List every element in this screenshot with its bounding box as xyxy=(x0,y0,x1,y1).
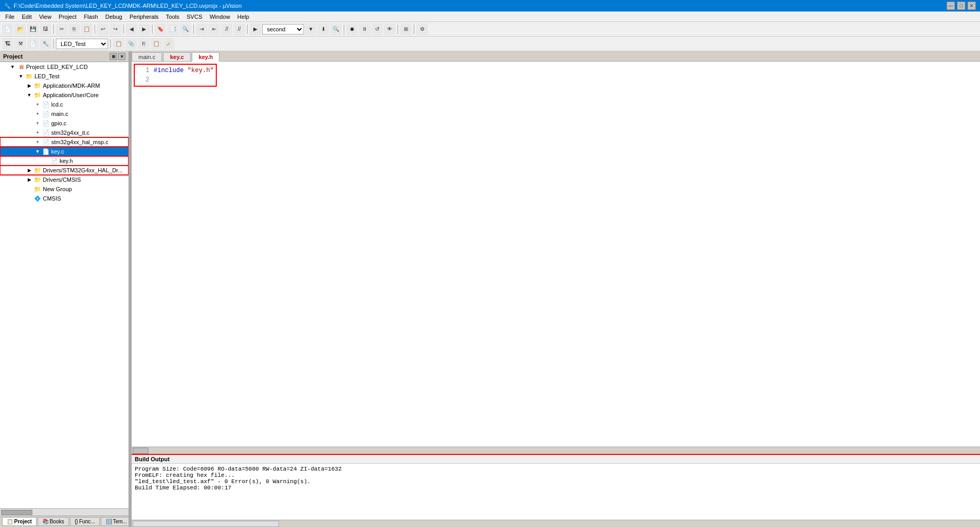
sidebar-scroll-thumb[interactable] xyxy=(1,510,32,515)
new-file-btn[interactable]: 📄 xyxy=(2,24,14,35)
toggle-icon[interactable]: + xyxy=(33,138,42,146)
toggle-icon[interactable]: ▶ xyxy=(25,166,33,174)
toggle-icon[interactable]: ▶ xyxy=(25,81,33,90)
menu-item-window[interactable]: Window xyxy=(206,13,233,21)
redo-btn[interactable]: ↪ xyxy=(110,24,121,35)
build-btn[interactable]: ⚒ xyxy=(15,38,26,50)
copy2-btn[interactable]: ⎘ xyxy=(138,38,149,50)
close-button[interactable]: ✕ xyxy=(967,2,976,10)
tree-item-key-c[interactable]: ▼ 📄 key.c xyxy=(0,147,129,156)
bookmark-btn[interactable]: 🔖 xyxy=(155,24,166,35)
tree-item-gpio-c[interactable]: + 📄 gpio.c xyxy=(0,119,129,128)
toggle-icon[interactable]: + xyxy=(33,110,42,118)
editor-scroll-thumb[interactable] xyxy=(133,448,148,454)
tab-key-c[interactable]: key.c xyxy=(163,52,191,61)
wizard-btn[interactable]: 🪄 xyxy=(163,38,174,50)
menu-item-svcs[interactable]: SVCS xyxy=(183,13,205,21)
led-test-combo[interactable]: LED_Test xyxy=(56,39,108,49)
attach-btn[interactable]: 📎 xyxy=(125,38,137,50)
editor-hscroll[interactable] xyxy=(132,447,980,454)
options-btn[interactable]: ⚙ xyxy=(416,24,428,35)
tree-item-drivers-hal[interactable]: ▶ 📁 Drivers/STM32G4xx_HAL_Dr... xyxy=(0,166,129,175)
sidebar-bottom-tabs[interactable]: 📋 Project 📚 Books {} Func... 🔢 Tem... xyxy=(0,516,129,527)
tree-item-project-root[interactable]: ▼ 🖥 Project: LED_KEY_LCD xyxy=(0,62,129,72)
tree-item-stm32-msp[interactable]: + 📄 stm32g4xx_hal_msp.c xyxy=(0,137,129,147)
target-options-btn[interactable]: 🔧 xyxy=(40,38,51,50)
paste-btn[interactable]: 📋 xyxy=(81,24,92,35)
menu-item-view[interactable]: View xyxy=(36,13,55,21)
build-all-btn[interactable]: 🏗 xyxy=(2,38,14,50)
float-button[interactable]: ⊞ xyxy=(110,53,117,60)
comment-btn[interactable]: // xyxy=(221,24,232,35)
save-all-btn[interactable]: 🖫 xyxy=(40,24,51,35)
run-stop-btn[interactable]: ⏸ xyxy=(359,24,370,35)
uncomment-btn[interactable]: // xyxy=(234,24,245,35)
find-btn[interactable]: 🔍 xyxy=(180,24,191,35)
start-stop-btn[interactable]: ⏺ xyxy=(346,24,358,35)
unindent-btn[interactable]: ⇤ xyxy=(208,24,220,35)
tree-item-new-group[interactable]: 📁 New Group xyxy=(0,184,129,194)
indent-btn[interactable]: ⇥ xyxy=(196,24,207,35)
build-hscroll[interactable] xyxy=(132,520,980,527)
tab-project[interactable]: 📋 Project xyxy=(2,517,37,526)
prev-btn[interactable]: ◀ xyxy=(126,24,137,35)
copy-btn[interactable]: ⎘ xyxy=(68,24,80,35)
dropdown-btn[interactable]: ▼ xyxy=(305,24,317,35)
insert-template-btn[interactable]: 📑 xyxy=(167,24,179,35)
menu-item-flash[interactable]: Flash xyxy=(81,13,101,21)
cut-btn[interactable]: ✂ xyxy=(56,24,67,35)
next-btn[interactable]: ▶ xyxy=(138,24,150,35)
paste2-btn[interactable]: 📋 xyxy=(150,38,162,50)
toggle-icon[interactable]: ▼ xyxy=(33,147,42,156)
tree-item-main-c[interactable]: + 📄 main.c xyxy=(0,109,129,119)
build-output-content[interactable]: Program Size: Code=6096 RO-data=5080 RW-… xyxy=(132,464,980,520)
toggle-icon[interactable]: ▼ xyxy=(17,72,25,80)
show-btn[interactable]: 👁 xyxy=(384,24,395,35)
editor-tab-bar[interactable]: main.c key.c key.h xyxy=(132,51,980,62)
tab-main-c[interactable]: main.c xyxy=(132,52,162,61)
tree-item-lcd-c[interactable]: + 📄 lcd.c xyxy=(0,100,129,109)
run-btn[interactable]: ▶ xyxy=(250,24,261,35)
tree-item-led-test[interactable]: ▼ 📁 LED_Test xyxy=(0,72,129,81)
load-btn[interactable]: ⬇ xyxy=(318,24,329,35)
maximize-button[interactable]: □ xyxy=(957,2,965,10)
build-scroll-track[interactable] xyxy=(133,521,279,527)
reset-btn[interactable]: ↺ xyxy=(371,24,383,35)
menu-item-tools[interactable]: Tools xyxy=(163,13,183,21)
menu-item-edit[interactable]: Edit xyxy=(19,13,35,21)
menu-item-debug[interactable]: Debug xyxy=(102,13,125,21)
code-editor[interactable]: 1 #include "key.h" 2 xyxy=(132,62,980,447)
tab-key-h[interactable]: key.h xyxy=(192,52,219,62)
sidebar-header-buttons[interactable]: ⊞ ✕ xyxy=(110,53,125,60)
tree-item-cmsis[interactable]: 💠 CMSIS xyxy=(0,194,129,203)
minimize-button[interactable]: — xyxy=(947,2,955,10)
toggle-icon[interactable]: + xyxy=(33,128,42,137)
open-btn[interactable]: 📂 xyxy=(15,24,26,35)
tree-item-stm32-it[interactable]: + 📄 stm32g4xx_it.c xyxy=(0,128,129,137)
sidebar-close-button[interactable]: ✕ xyxy=(118,53,125,60)
view-src-btn[interactable]: 📋 xyxy=(113,38,124,50)
menu-item-project[interactable]: Project xyxy=(55,13,79,21)
target-combo[interactable]: second xyxy=(262,24,304,34)
toggle-icon[interactable]: ▶ xyxy=(25,175,33,184)
toggle-icon[interactable]: ▼ xyxy=(25,91,33,99)
tab-books[interactable]: 📚 Books xyxy=(38,517,69,526)
toggle-icon[interactable]: ▼ xyxy=(8,63,17,71)
sidebar-hscroll[interactable] xyxy=(0,508,129,516)
save-btn[interactable]: 💾 xyxy=(27,24,39,35)
tree-item-app-user[interactable]: ▼ 📁 Application/User/Core xyxy=(0,90,129,100)
translate-btn[interactable]: 📄 xyxy=(27,38,39,50)
tree-item-drivers-cmsis[interactable]: ▶ 📁 Drivers/CMSIS xyxy=(0,175,129,184)
start-debug-btn[interactable]: 🔍 xyxy=(330,24,342,35)
toggle-icon[interactable]: + xyxy=(33,100,42,109)
tab-func[interactable]: {} Func... xyxy=(70,517,100,526)
menu-item-peripherals[interactable]: Peripherals xyxy=(126,13,162,21)
tree-item-app-mdk[interactable]: ▶ 📁 Application/MDK-ARM xyxy=(0,81,129,90)
tab-tem[interactable]: 🔢 Tem... xyxy=(101,517,130,526)
toggle-icon[interactable]: + xyxy=(33,119,42,127)
undo-btn[interactable]: ↩ xyxy=(97,24,109,35)
tree-item-key-h[interactable]: 📄 key.h xyxy=(0,156,129,166)
menu-item-file[interactable]: File xyxy=(2,13,18,21)
windows-btn[interactable]: ⊞ xyxy=(400,24,412,35)
project-tree[interactable]: ▼ 🖥 Project: LED_KEY_LCD ▼ 📁 LED_Test ▶ … xyxy=(0,62,129,508)
